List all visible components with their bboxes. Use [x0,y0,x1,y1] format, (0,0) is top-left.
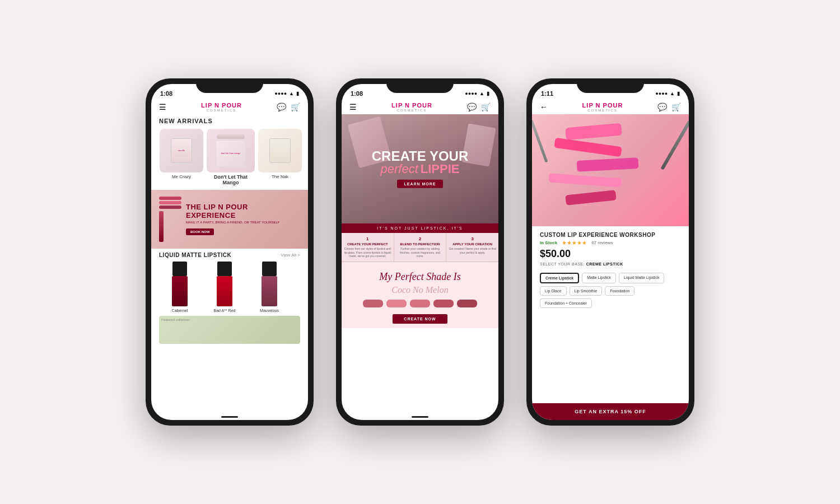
nav-icons-3: 💬 🛒 [657,102,681,111]
step-desc-2: Further your creation by adding finishes… [396,247,444,258]
product-img-3 [258,129,302,172]
time-3: 1:11 [541,90,553,97]
logo-3: LIP N POUR COSMETICS [582,102,623,112]
product-name-3: The Nak [272,174,288,179]
option-foundation-concealer[interactable]: Foundation + Concealer [540,298,592,308]
menu-icon-1[interactable]: ☰ [159,102,166,111]
option-lip-glace[interactable]: Lip Glace [540,286,567,296]
status-icons-2: ●●●● ▲ ▮ [465,91,489,96]
chat-icon-3[interactable]: 💬 [657,102,667,111]
notch-2 [386,78,454,93]
logo-1: LIP N POUR COSMETICS [201,102,242,112]
step-desc-1: Choose from our styles of lipstick and l… [344,247,391,258]
step-title-3: APPLY YOUR CREATION [449,242,496,246]
nav-bar-3: ← LIP N POUR COSMETICS 💬 🛒 [532,100,689,114]
back-icon-3[interactable]: ← [540,102,548,111]
phone-1-content: NEW ARRIVALS candle Me Crazy [151,114,308,414]
phone-2-inner: 1:08 ●●●● ▲ ▮ ☰ LIP N POUR COSMETICS 💬 🛒 [342,84,498,420]
time-1: 1:08 [160,90,172,97]
wifi-icon-2: ▲ [479,91,484,96]
product-info: CUSTOM LIP EXPERIENCE WORKSHOP In Stock … [532,226,689,273]
step-num-3: 3 [449,236,496,241]
nav-icons-1: 💬 🛒 [277,102,300,111]
tool-2 [532,120,548,163]
option-creme-lipstick[interactable]: Creme Lipstick [540,273,579,283]
time-2: 1:08 [351,90,363,97]
shade-section: My Perfect Shade Is Coco No Melon CREATE… [342,262,498,328]
step-1: 1 CREATE YOUR PERFECT Choose from our st… [342,233,394,262]
banner-lipsticks [159,197,181,242]
option-liquid-matte[interactable]: Liquid Matte Lipstick [619,273,664,283]
in-stock-badge: In Stock [540,240,557,245]
steps-section: 1 CREATE YOUR PERFECT Choose from our st… [342,233,498,262]
option-lip-smoothie[interactable]: Lip Smoothie [570,286,603,296]
product-name-2: Don't Let That Mango [208,174,253,185]
swatch-3[interactable] [410,300,430,307]
bottom-image: Featured collection [159,316,300,344]
product-mango[interactable]: don't let that mango Don't Let That Mang… [208,129,253,185]
lipstick-mauvelous[interactable]: Mauvelous [249,262,290,312]
swipe-1 [565,123,622,141]
cart-icon-2[interactable]: 🛒 [481,102,491,111]
hero-lippie: LIPPIE [421,162,460,176]
wifi-icon-1: ▲ [289,91,294,96]
cart-icon-1[interactable]: 🛒 [291,102,300,111]
hero-text: CREATE YOUR perfect LIPPIE LEARN MORE [349,150,491,188]
swatch-5[interactable] [457,300,477,307]
banner-title: THE LIP N POUREXPERIENCE [186,203,300,220]
battery-icon-3: ▮ [677,91,680,96]
lipstick-name-2: Bad A** Red [214,309,236,312]
view-all-link[interactable]: View All > [281,253,300,258]
swipe-3 [577,157,639,172]
swatch-2[interactable] [386,300,407,307]
new-arrivals-products: candle Me Crazy don't let that mango [151,127,308,190]
chat-icon-1[interactable]: 💬 [277,102,286,111]
wifi-icon-3: ▲ [670,91,675,96]
lipstick-cabernet[interactable]: Cabernet [159,262,200,312]
swatch-4[interactable] [433,300,454,307]
shade-label: My Perfect Shade Is [349,271,491,283]
hero-perfect: perfect [381,162,418,176]
product-img-2: don't let that mango [207,129,255,172]
experience-banner[interactable]: THE LIP N POUREXPERIENCE MAKE IT A PARTY… [151,190,308,249]
status-icons-1: ●●●● ▲ ▮ [274,91,299,96]
banner-subtitle: MAKE IT A PARTY, BRING A FRIEND, OR TREA… [186,221,300,224]
phone-2: 1:08 ●●●● ▲ ▮ ☰ LIP N POUR COSMETICS 💬 🛒 [336,78,504,426]
cta-button[interactable]: GET AN EXTRA 15% OFF [532,403,689,420]
scroll-dot-1 [221,416,238,418]
option-matte-lipstick[interactable]: Matte Lipstick [582,273,616,283]
cart-icon-3[interactable]: 🛒 [671,102,681,111]
option-foundation[interactable]: Foundation [605,286,634,296]
battery-icon-2: ▮ [487,91,489,96]
scroll-indicator-2 [342,414,498,420]
product-title: CUSTOM LIP EXPERIENCE WORKSHOP [540,232,681,238]
step-num-1: 1 [344,236,391,241]
lipstick-name-1: Cabernet [172,309,188,312]
nav-bar-2: ☰ LIP N POUR COSMETICS 💬 🛒 [342,100,498,114]
learn-more-button[interactable]: LEARN MORE [397,180,442,188]
create-now-button[interactable]: CREATE NOW [393,314,447,324]
menu-icon-2[interactable]: ☰ [349,102,357,111]
phone-3: 1:11 ●●●● ▲ ▮ ← LIP N POUR COSMETICS 💬 🛒 [526,78,694,426]
banner-text: THE LIP N POUREXPERIENCE MAKE IT A PARTY… [186,203,300,235]
scroll-dot-2 [412,416,428,418]
signal-icon-1: ●●●● [274,91,287,96]
book-now-button[interactable]: BOOK NOW [186,228,214,235]
phone-1: 1:08 ●●●● ▲ ▮ ☰ LIP N POUR COSMETICS 💬 🛒 [146,78,314,426]
new-arrivals-title: NEW ARRIVALS [151,114,308,127]
step-title-2: BLEND TO PERFECTION [396,242,444,246]
chat-icon-2[interactable]: 💬 [467,102,477,111]
product-price: $50.00 [540,248,681,260]
product-me-crazy[interactable]: candle Me Crazy [159,129,204,185]
step-3: 3 APPLY YOUR CREATION Get creative! Name… [446,233,498,262]
color-swatches [349,300,491,307]
scene: 1:08 ●●●● ▲ ▮ ☰ LIP N POUR COSMETICS 💬 🛒 [146,78,694,426]
tool-1 [660,120,689,170]
swatch-1[interactable] [363,300,383,307]
review-count: 67 reviews [591,240,613,245]
product-nak[interactable]: The Nak [258,129,302,185]
notch-1 [196,78,263,93]
swipe-5 [565,190,616,205]
lipstick-bad-red[interactable]: Bad A** Red [204,262,245,312]
phone-2-content: CREATE YOUR perfect LIPPIE LEARN MORE IT… [342,114,498,414]
